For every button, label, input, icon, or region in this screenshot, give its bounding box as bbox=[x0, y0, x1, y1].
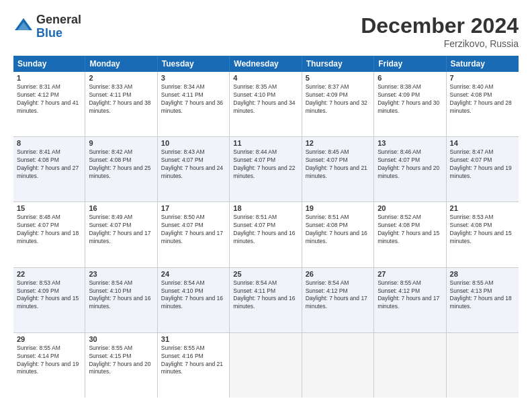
day-info: Sunrise: 8:46 AMSunset: 4:07 PMDaylight:… bbox=[378, 148, 442, 181]
day-info: Sunrise: 8:55 AMSunset: 4:16 PMDaylight:… bbox=[161, 345, 226, 377]
day-info: Sunrise: 8:33 AMSunset: 4:11 PMDaylight:… bbox=[89, 83, 153, 116]
day-cell-8: 8Sunrise: 8:41 AMSunset: 4:08 PMDaylight… bbox=[13, 137, 85, 201]
calendar-row-2: 8Sunrise: 8:41 AMSunset: 4:08 PMDaylight… bbox=[13, 137, 519, 202]
empty-cell bbox=[230, 333, 302, 398]
logo-blue: Blue bbox=[36, 27, 81, 40]
day-cell-24: 24Sunrise: 8:54 AMSunset: 4:10 PMDayligh… bbox=[158, 268, 230, 332]
day-info: Sunrise: 8:51 AMSunset: 4:07 PMDaylight:… bbox=[233, 214, 298, 246]
day-cell-19: 19Sunrise: 8:51 AMSunset: 4:08 PMDayligh… bbox=[302, 202, 374, 267]
day-number: 25 bbox=[233, 270, 298, 278]
calendar-body: 1Sunrise: 8:31 AMSunset: 4:12 PMDaylight… bbox=[13, 72, 519, 398]
page-header: General Blue December 2024 Ferzikovo, Ru… bbox=[13, 13, 519, 49]
day-number: 10 bbox=[161, 139, 226, 147]
day-number: 26 bbox=[306, 270, 370, 278]
day-info: Sunrise: 8:55 AMSunset: 4:12 PMDaylight:… bbox=[378, 279, 442, 312]
day-cell-3: 3Sunrise: 8:34 AMSunset: 4:11 PMDaylight… bbox=[158, 72, 230, 136]
calendar-header: SundayMondayTuesdayWednesdayThursdayFrid… bbox=[13, 56, 519, 72]
location: Ferzikovo, Russia bbox=[361, 38, 519, 49]
day-info: Sunrise: 8:54 AMSunset: 4:10 PMDaylight:… bbox=[89, 279, 153, 312]
day-number: 2 bbox=[89, 74, 153, 82]
day-info: Sunrise: 8:45 AMSunset: 4:07 PMDaylight:… bbox=[306, 148, 370, 181]
day-number: 27 bbox=[378, 270, 442, 278]
day-cell-30: 30Sunrise: 8:55 AMSunset: 4:15 PMDayligh… bbox=[85, 333, 157, 398]
header-day-monday: Monday bbox=[85, 56, 157, 72]
day-cell-16: 16Sunrise: 8:49 AMSunset: 4:07 PMDayligh… bbox=[85, 202, 157, 267]
empty-cell bbox=[447, 333, 519, 398]
day-number: 29 bbox=[17, 335, 81, 343]
empty-cell bbox=[302, 333, 374, 398]
day-cell-29: 29Sunrise: 8:55 AMSunset: 4:14 PMDayligh… bbox=[13, 333, 85, 398]
calendar-row-4: 22Sunrise: 8:53 AMSunset: 4:09 PMDayligh… bbox=[13, 268, 519, 333]
day-number: 17 bbox=[161, 204, 226, 212]
day-number: 8 bbox=[17, 139, 81, 147]
day-info: Sunrise: 8:55 AMSunset: 4:15 PMDaylight:… bbox=[89, 345, 153, 377]
day-info: Sunrise: 8:44 AMSunset: 4:07 PMDaylight:… bbox=[233, 148, 298, 181]
day-info: Sunrise: 8:37 AMSunset: 4:09 PMDaylight:… bbox=[306, 83, 370, 116]
day-info: Sunrise: 8:38 AMSunset: 4:09 PMDaylight:… bbox=[378, 83, 442, 116]
day-info: Sunrise: 8:42 AMSunset: 4:08 PMDaylight:… bbox=[89, 148, 153, 181]
header-day-wednesday: Wednesday bbox=[230, 56, 302, 72]
day-number: 20 bbox=[378, 204, 442, 212]
day-info: Sunrise: 8:40 AMSunset: 4:08 PMDaylight:… bbox=[450, 83, 515, 116]
day-number: 3 bbox=[161, 74, 226, 82]
day-cell-17: 17Sunrise: 8:50 AMSunset: 4:07 PMDayligh… bbox=[158, 202, 230, 267]
day-info: Sunrise: 8:47 AMSunset: 4:07 PMDaylight:… bbox=[450, 148, 515, 181]
day-number: 9 bbox=[89, 139, 153, 147]
day-cell-14: 14Sunrise: 8:47 AMSunset: 4:07 PMDayligh… bbox=[447, 137, 519, 201]
day-number: 23 bbox=[89, 270, 153, 278]
header-day-friday: Friday bbox=[374, 56, 446, 72]
day-info: Sunrise: 8:43 AMSunset: 4:07 PMDaylight:… bbox=[161, 148, 226, 181]
logo-general: General bbox=[36, 13, 81, 27]
logo: General Blue bbox=[13, 13, 81, 40]
header-day-thursday: Thursday bbox=[302, 56, 374, 72]
day-cell-11: 11Sunrise: 8:44 AMSunset: 4:07 PMDayligh… bbox=[230, 137, 302, 201]
calendar-row-5: 29Sunrise: 8:55 AMSunset: 4:14 PMDayligh… bbox=[13, 333, 519, 398]
logo-icon bbox=[13, 17, 34, 37]
day-number: 16 bbox=[89, 204, 153, 212]
logo-text: General Blue bbox=[36, 13, 81, 40]
day-cell-18: 18Sunrise: 8:51 AMSunset: 4:07 PMDayligh… bbox=[230, 202, 302, 267]
day-number: 18 bbox=[233, 204, 298, 212]
day-info: Sunrise: 8:51 AMSunset: 4:08 PMDaylight:… bbox=[306, 214, 370, 246]
day-cell-22: 22Sunrise: 8:53 AMSunset: 4:09 PMDayligh… bbox=[13, 268, 85, 332]
day-info: Sunrise: 8:41 AMSunset: 4:08 PMDaylight:… bbox=[17, 148, 81, 181]
day-cell-27: 27Sunrise: 8:55 AMSunset: 4:12 PMDayligh… bbox=[374, 268, 446, 332]
day-cell-1: 1Sunrise: 8:31 AMSunset: 4:12 PMDaylight… bbox=[13, 72, 85, 136]
day-info: Sunrise: 8:54 AMSunset: 4:11 PMDaylight:… bbox=[233, 279, 298, 312]
day-info: Sunrise: 8:54 AMSunset: 4:12 PMDaylight:… bbox=[306, 279, 370, 312]
day-cell-5: 5Sunrise: 8:37 AMSunset: 4:09 PMDaylight… bbox=[302, 72, 374, 136]
day-number: 21 bbox=[450, 204, 515, 212]
day-info: Sunrise: 8:52 AMSunset: 4:08 PMDaylight:… bbox=[378, 214, 442, 246]
day-cell-2: 2Sunrise: 8:33 AMSunset: 4:11 PMDaylight… bbox=[85, 72, 157, 136]
day-info: Sunrise: 8:54 AMSunset: 4:10 PMDaylight:… bbox=[161, 279, 226, 312]
header-day-saturday: Saturday bbox=[447, 56, 519, 72]
day-number: 13 bbox=[378, 139, 442, 147]
day-number: 24 bbox=[161, 270, 226, 278]
day-cell-15: 15Sunrise: 8:48 AMSunset: 4:07 PMDayligh… bbox=[13, 202, 85, 267]
day-cell-6: 6Sunrise: 8:38 AMSunset: 4:09 PMDaylight… bbox=[374, 72, 446, 136]
day-number: 5 bbox=[306, 74, 370, 82]
day-info: Sunrise: 8:31 AMSunset: 4:12 PMDaylight:… bbox=[17, 83, 81, 116]
day-number: 14 bbox=[450, 139, 515, 147]
day-cell-4: 4Sunrise: 8:35 AMSunset: 4:10 PMDaylight… bbox=[230, 72, 302, 136]
day-cell-10: 10Sunrise: 8:43 AMSunset: 4:07 PMDayligh… bbox=[158, 137, 230, 201]
day-cell-31: 31Sunrise: 8:55 AMSunset: 4:16 PMDayligh… bbox=[158, 333, 230, 398]
day-cell-23: 23Sunrise: 8:54 AMSunset: 4:10 PMDayligh… bbox=[85, 268, 157, 332]
day-cell-28: 28Sunrise: 8:55 AMSunset: 4:13 PMDayligh… bbox=[447, 268, 519, 332]
day-info: Sunrise: 8:55 AMSunset: 4:14 PMDaylight:… bbox=[17, 345, 81, 377]
day-number: 28 bbox=[450, 270, 515, 278]
calendar-row-3: 15Sunrise: 8:48 AMSunset: 4:07 PMDayligh… bbox=[13, 202, 519, 267]
header-day-sunday: Sunday bbox=[13, 56, 85, 72]
day-cell-26: 26Sunrise: 8:54 AMSunset: 4:12 PMDayligh… bbox=[302, 268, 374, 332]
day-cell-21: 21Sunrise: 8:53 AMSunset: 4:08 PMDayligh… bbox=[447, 202, 519, 267]
calendar-page: General Blue December 2024 Ferzikovo, Ru… bbox=[0, 0, 532, 411]
day-number: 19 bbox=[306, 204, 370, 212]
day-number: 1 bbox=[17, 74, 81, 82]
day-cell-13: 13Sunrise: 8:46 AMSunset: 4:07 PMDayligh… bbox=[374, 137, 446, 201]
header-day-tuesday: Tuesday bbox=[158, 56, 230, 72]
title-section: December 2024 Ferzikovo, Russia bbox=[361, 13, 519, 49]
day-cell-12: 12Sunrise: 8:45 AMSunset: 4:07 PMDayligh… bbox=[302, 137, 374, 201]
calendar-row-1: 1Sunrise: 8:31 AMSunset: 4:12 PMDaylight… bbox=[13, 72, 519, 137]
day-info: Sunrise: 8:55 AMSunset: 4:13 PMDaylight:… bbox=[450, 279, 515, 312]
day-number: 4 bbox=[233, 74, 298, 82]
